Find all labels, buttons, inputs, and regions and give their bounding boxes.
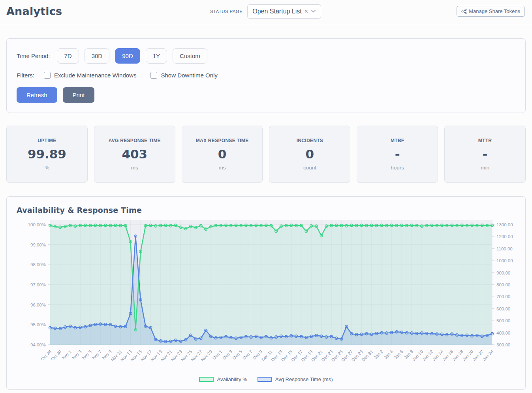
availability-response-chart: 94.00%95.00%96.00%97.00%98.00%99.00%100.… (17, 219, 515, 376)
checkbox-show-downtime[interactable]: Show Downtime Only (150, 72, 217, 79)
svg-text:Nov 1: Nov 1 (61, 349, 72, 361)
svg-text:Nov 7: Nov 7 (91, 349, 103, 361)
checkbox-label: Show Downtime Only (161, 72, 217, 79)
stat-card-mtbf: MTBF - hours (357, 126, 438, 183)
svg-text:Dec 31: Dec 31 (361, 349, 374, 362)
stat-unit: count (303, 165, 316, 171)
svg-text:97.00%: 97.00% (30, 282, 46, 287)
checkbox-icon[interactable] (44, 72, 51, 79)
clear-icon[interactable]: × (304, 8, 308, 15)
svg-text:98.00%: 98.00% (30, 262, 46, 267)
stat-label: MTBF (391, 138, 404, 143)
page-title: Analytics (6, 5, 62, 17)
svg-text:1000.00: 1000.00 (496, 258, 513, 263)
filter-panel: Time Period: 7D 30D 90D 1Y Custom Filter… (6, 38, 526, 113)
stat-card-incidents: INCIDENTS 0 count (269, 126, 350, 183)
time-period-button-7d[interactable]: 7D (57, 48, 79, 64)
chart-legend: Availability %Avg Response Time (ms) (17, 376, 515, 384)
share-icon (461, 9, 467, 14)
checkbox-exclude-maintenance[interactable]: Exclude Maintenance Windows (44, 72, 136, 79)
refresh-button[interactable]: Refresh (17, 87, 57, 103)
stat-value: 403 (122, 147, 147, 161)
stat-label: AVG RESPONSE TIME (109, 138, 161, 143)
svg-text:Oct 30: Oct 30 (50, 349, 62, 361)
stat-card-uptime: UPTIME 99.89 % (6, 126, 88, 183)
legend-label: Avg Response Time (ms) (275, 376, 333, 382)
svg-text:Dec 3: Dec 3 (222, 349, 233, 361)
chart-svg: 94.00%95.00%96.00%97.00%98.00%99.00%100.… (17, 219, 517, 374)
svg-text:300.00: 300.00 (496, 342, 510, 347)
stat-card-avg-response: AVG RESPONSE TIME 403 ms (94, 126, 175, 183)
stat-unit: % (45, 165, 49, 171)
stat-unit: hours (391, 165, 404, 171)
status-page-select[interactable]: Open Startup List × (247, 4, 321, 19)
svg-text:99.00%: 99.00% (30, 243, 46, 247)
stat-unit: ms (131, 165, 138, 171)
svg-text:Jan 20: Jan 20 (462, 349, 474, 362)
svg-text:800.00: 800.00 (496, 282, 510, 287)
svg-text:95.00%: 95.00% (30, 322, 46, 327)
manage-share-tokens-label: Manage Share Tokens (469, 8, 520, 14)
stat-label: MAX RESPONSE TIME (196, 138, 249, 143)
svg-text:Oct 28: Oct 28 (40, 349, 52, 361)
svg-text:Jan 2: Jan 2 (373, 349, 384, 360)
manage-share-tokens-button[interactable]: Manage Share Tokens (457, 6, 525, 17)
svg-text:1200.00: 1200.00 (496, 234, 513, 239)
legend-item: Avg Response Time (ms) (258, 376, 333, 382)
svg-text:400.00: 400.00 (496, 331, 510, 335)
svg-text:100.00%: 100.00% (28, 222, 46, 227)
svg-text:Jan 4: Jan 4 (383, 349, 394, 360)
svg-text:Dec 7: Dec 7 (242, 349, 253, 361)
svg-text:Jan 10: Jan 10 (412, 349, 424, 362)
stat-unit: ms (219, 165, 226, 171)
stat-card-max-response: MAX RESPONSE TIME 0 ms (182, 126, 263, 183)
stat-value: - (395, 147, 400, 161)
svg-text:1100.00: 1100.00 (496, 246, 513, 251)
stat-unit: min (481, 165, 489, 171)
svg-text:Jan 12: Jan 12 (421, 349, 434, 362)
legend-swatch-icon (199, 377, 214, 382)
stat-value: 0 (218, 147, 227, 161)
svg-text:500.00: 500.00 (496, 318, 510, 323)
stat-value: 99.89 (28, 147, 66, 161)
svg-text:96.00%: 96.00% (30, 303, 46, 307)
page-header: Analytics STATUS PAGE Open Startup List … (0, 0, 532, 25)
stat-card-mttr: MTTR - min (444, 126, 526, 183)
time-period-button-90d[interactable]: 90D (115, 48, 140, 64)
svg-text:Jan 6: Jan 6 (393, 349, 404, 360)
time-period-label: Time Period: (17, 53, 50, 59)
svg-text:Dec 5: Dec 5 (232, 349, 243, 361)
time-period-button-custom[interactable]: Custom (173, 48, 207, 64)
svg-text:1300.00: 1300.00 (496, 222, 513, 227)
status-page-group: STATUS PAGE Open Startup List × (210, 4, 321, 19)
svg-text:Jan 18: Jan 18 (451, 349, 464, 362)
svg-text:Nov 5: Nov 5 (81, 349, 92, 361)
svg-text:Jan 22: Jan 22 (472, 349, 484, 362)
svg-text:Nov 3: Nov 3 (71, 349, 83, 361)
chart-panel: Availability & Response Time 94.00%95.00… (6, 196, 526, 390)
status-page-label: STATUS PAGE (210, 9, 243, 14)
stat-label: MTTR (478, 138, 492, 143)
legend-swatch-icon (258, 377, 272, 382)
time-period-button-30d[interactable]: 30D (85, 48, 110, 64)
stat-label: INCIDENTS (297, 138, 323, 143)
svg-text:94.00%: 94.00% (30, 342, 46, 347)
stat-value: - (483, 147, 488, 161)
checkbox-label: Exclude Maintenance Windows (54, 72, 136, 79)
svg-text:900.00: 900.00 (496, 271, 510, 275)
time-period-button-1y[interactable]: 1Y (146, 48, 167, 64)
stats-row: UPTIME 99.89 % AVG RESPONSE TIME 403 ms … (6, 126, 526, 183)
filters-label: Filters: (17, 72, 34, 79)
status-page-value: Open Startup List (252, 8, 302, 15)
svg-text:Jan 14: Jan 14 (431, 349, 444, 362)
svg-text:Jan 16: Jan 16 (442, 349, 454, 362)
print-button[interactable]: Print (63, 87, 95, 103)
svg-text:Nov 29: Nov 29 (200, 349, 213, 362)
svg-text:Dec 1: Dec 1 (212, 349, 223, 361)
legend-label: Availability % (217, 376, 247, 382)
legend-item: Availability % (199, 376, 247, 382)
stat-value: 0 (306, 147, 314, 161)
svg-text:600.00: 600.00 (496, 307, 510, 311)
stat-label: UPTIME (38, 138, 56, 143)
checkbox-icon[interactable] (150, 72, 157, 79)
